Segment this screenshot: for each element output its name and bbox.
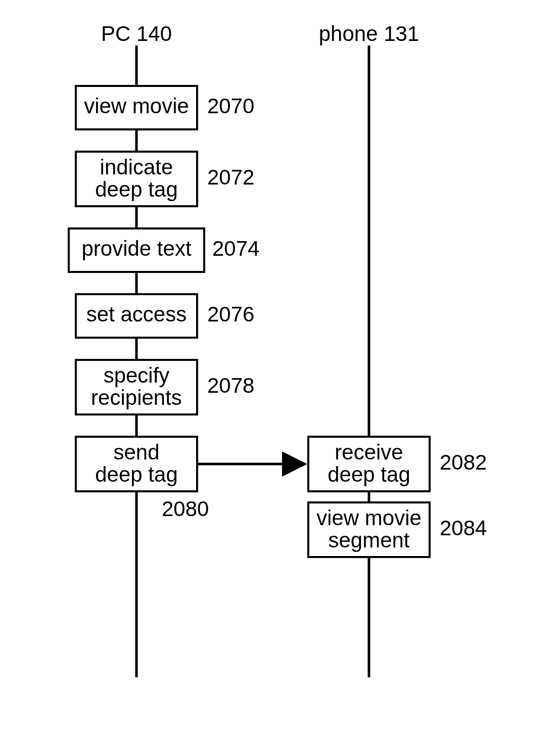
step-2080: send deep tag 2080 bbox=[76, 437, 209, 521]
lane-title-pc: PC 140 bbox=[101, 22, 172, 45]
step-2078: specify recipients 2078 bbox=[76, 360, 254, 414]
step-2082-text-1: receive bbox=[335, 440, 403, 464]
step-2080-ref: 2080 bbox=[162, 497, 209, 521]
step-2070-ref: 2070 bbox=[207, 94, 254, 118]
step-2074: provide text 2074 bbox=[69, 228, 259, 272]
step-2076: set access 2076 bbox=[76, 294, 254, 338]
step-2074-ref: 2074 bbox=[212, 237, 259, 260]
step-2082-text-2: deep tag bbox=[328, 462, 410, 486]
step-2074-text: provide text bbox=[81, 237, 191, 260]
step-2072: indicate deep tag 2072 bbox=[76, 152, 254, 206]
step-2072-text-1: indicate bbox=[100, 155, 173, 179]
step-2076-text: set access bbox=[86, 302, 186, 326]
step-2084: view movie segment 2084 bbox=[308, 502, 487, 557]
step-2078-text-1: specify bbox=[104, 363, 170, 387]
step-2082-ref: 2082 bbox=[440, 450, 487, 474]
step-2084-text-1: view movie bbox=[316, 506, 422, 530]
lane-title-phone: phone 131 bbox=[319, 22, 419, 45]
step-2072-ref: 2072 bbox=[207, 165, 254, 189]
step-2078-text-2: recipients bbox=[91, 386, 182, 409]
step-2070: view movie 2070 bbox=[76, 86, 254, 129]
step-2078-ref: 2078 bbox=[207, 374, 254, 397]
step-2080-text-1: send bbox=[113, 440, 159, 464]
step-2080-text-2: deep tag bbox=[95, 462, 178, 486]
step-2072-text-2: deep tag bbox=[95, 177, 178, 201]
step-2084-ref: 2084 bbox=[440, 516, 487, 540]
sequence-diagram: PC 140 phone 131 view movie 2070 indicat… bbox=[0, 0, 560, 740]
step-2084-text-2: segment bbox=[328, 528, 409, 552]
step-2082: receive deep tag 2082 bbox=[308, 437, 487, 491]
step-2076-ref: 2076 bbox=[207, 302, 254, 326]
step-2070-text: view movie bbox=[84, 94, 189, 118]
